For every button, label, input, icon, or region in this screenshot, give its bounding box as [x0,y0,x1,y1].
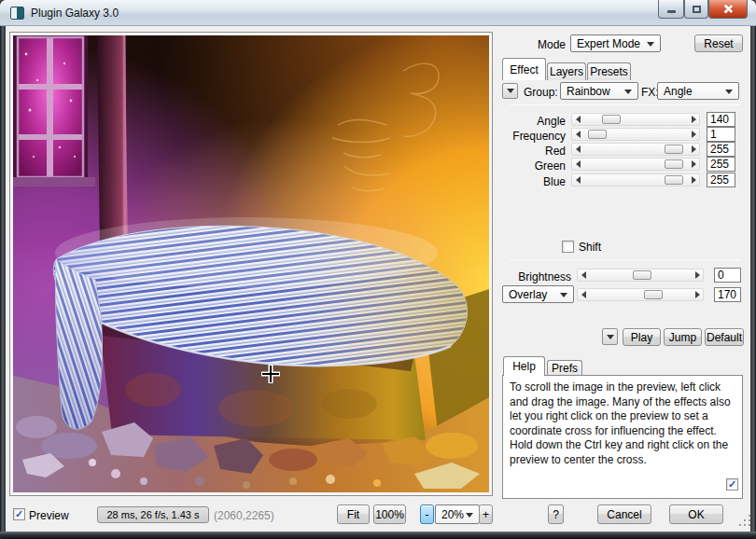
titlebar[interactable]: Plugin Galaxy 3.0 [0,0,756,26]
green-slider[interactable] [571,158,700,171]
group-select[interactable]: Rainbow [560,82,638,100]
frequency-value-input[interactable] [707,127,735,142]
chevron-down-icon [624,90,632,94]
divider [510,259,741,260]
green-value-input[interactable] [707,157,735,172]
preview-image[interactable] [13,35,489,492]
green-label: Green [502,159,566,173]
zoom-out-button[interactable]: - [420,504,434,524]
check-icon: ✓ [728,479,736,490]
fit-button[interactable]: Fit [337,504,370,524]
check-icon: ✓ [15,509,23,519]
default-button[interactable]: Default [705,328,744,346]
overlay-value-input[interactable] [714,287,741,302]
red-slider[interactable] [571,143,700,156]
slider-right-arrow-icon[interactable] [688,116,699,123]
slider-thumb[interactable] [588,130,607,139]
help-text-panel: To scroll the image in the preview, left… [502,375,743,499]
chevron-down-icon [507,89,514,93]
jump-button[interactable]: Jump [664,328,702,346]
shift-checkbox[interactable] [562,241,574,253]
mode-label: Mode [523,38,566,51]
brightness-slider[interactable] [577,269,704,282]
window-in-scene [13,35,95,187]
zoom-in-button[interactable]: + [479,504,493,524]
tab-help[interactable]: Help [503,356,545,376]
slider-thumb[interactable] [665,175,683,185]
slider-left-arrow-icon[interactable] [578,291,589,298]
red-value-input[interactable] [707,142,735,157]
zoom-100-button[interactable]: 100% [373,504,406,524]
zoom-level-select[interactable]: 20% [435,504,480,524]
tab-layers[interactable]: Layers [547,62,586,80]
frequency-label: Frequency [502,130,566,143]
blue-slider[interactable] [571,173,700,187]
cancel-button[interactable]: Cancel [597,504,651,524]
blend-mode-select[interactable]: Overlay [502,285,574,303]
ok-button[interactable]: OK [669,504,723,524]
minimize-icon [667,10,676,13]
frequency-slider[interactable] [571,128,700,141]
blue-label: Blue [502,175,566,188]
slider-right-arrow-icon[interactable] [692,291,703,298]
blue-value-input[interactable] [707,173,735,187]
close-button[interactable] [708,0,748,19]
slider-right-arrow-icon[interactable] [692,271,703,279]
chevron-down-icon [647,42,654,47]
maximize-icon [693,6,701,13]
slider-left-arrow-icon[interactable] [572,145,583,153]
slider-left-arrow-icon[interactable] [572,131,583,138]
plugin-galaxy-dialog: Plugin Galaxy 3.0 [0,0,756,539]
timing-button[interactable]: 28 ms, 26 f/s, 1.43 s [97,506,209,523]
slider-left-arrow-icon[interactable] [572,176,583,184]
close-icon [723,4,734,14]
help-button[interactable]: ? [548,504,564,524]
slider-left-arrow-icon[interactable] [572,116,583,123]
preview-checkbox[interactable]: ✓ [13,508,25,520]
maximize-button[interactable] [684,0,708,19]
slider-right-arrow-icon[interactable] [688,131,699,138]
slider-thumb[interactable] [644,290,663,299]
tab-presets[interactable]: Presets [587,62,631,80]
brightness-value-input[interactable] [714,268,741,283]
help-panel-checkbox[interactable]: ✓ [726,478,738,491]
slider-thumb[interactable] [633,270,651,280]
play-button[interactable]: Play [623,328,661,346]
slider-left-arrow-icon[interactable] [572,160,583,168]
window-title: Plugin Galaxy 3.0 [31,7,119,20]
chevron-down-icon [607,335,614,339]
mode-select[interactable]: Expert Mode [570,35,661,52]
window-border [0,532,756,539]
slider-right-arrow-icon[interactable] [688,145,699,153]
shift-label: Shift [579,241,601,254]
slider-right-arrow-icon[interactable] [688,176,699,184]
overlay-slider[interactable] [577,288,704,301]
group-menu-button[interactable] [502,83,518,99]
tab-effect[interactable]: Effect [502,58,546,80]
slider-thumb[interactable] [602,115,621,124]
slider-thumb[interactable] [665,159,683,169]
fx-label: FX: [641,86,659,99]
angle-label: Angle [502,115,566,128]
preview-label: Preview [29,509,69,522]
divider [510,104,741,105]
window-border [0,26,6,539]
tab-prefs[interactable]: Prefs [547,360,582,376]
red-label: Red [502,145,566,158]
chevron-down-icon [560,293,567,297]
minimize-button[interactable] [658,0,684,19]
play-options-button[interactable] [602,328,618,345]
brightness-label: Brightness [508,270,571,283]
group-label: Group: [524,86,558,99]
angle-value-input[interactable] [707,112,735,127]
slider-right-arrow-icon[interactable] [688,160,699,168]
angle-slider[interactable] [571,113,700,126]
chevron-down-icon [725,90,733,94]
fx-select[interactable]: Angle [657,82,739,100]
chevron-down-icon [466,513,473,518]
app-icon [10,7,24,20]
slider-left-arrow-icon[interactable] [578,271,589,279]
reset-button[interactable]: Reset [694,35,743,52]
resize-grip[interactable] [739,515,750,526]
slider-thumb[interactable] [665,145,683,154]
